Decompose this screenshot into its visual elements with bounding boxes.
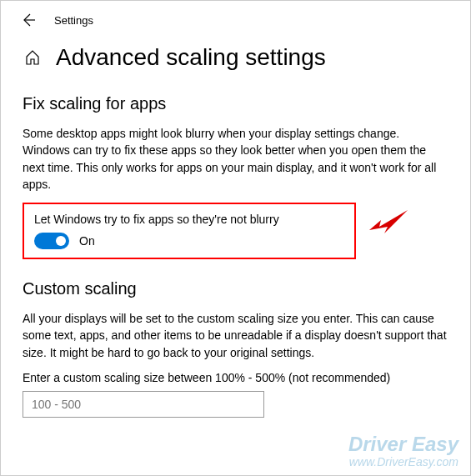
toggle-state-text: On <box>79 234 95 248</box>
custom-scaling-section: Custom scaling All your displays will be… <box>1 259 470 418</box>
title-row: Advanced scaling settings <box>1 28 470 79</box>
toggle-knob <box>56 236 66 246</box>
blurry-fix-toggle-label: Let Windows try to fix apps so they're n… <box>34 213 344 226</box>
toggle-row: On <box>34 233 344 249</box>
watermark-url: www.DriverEasy.com <box>348 455 458 468</box>
custom-scaling-input[interactable] <box>23 391 264 418</box>
highlight-box: Let Windows try to fix apps so they're n… <box>23 203 356 259</box>
arrow-annotation-icon <box>368 205 409 242</box>
custom-scaling-input-label: Enter a custom scaling size between 100%… <box>23 371 448 384</box>
fix-scaling-description: Some desktop apps might look blurry when… <box>23 125 448 193</box>
svg-marker-0 <box>369 210 408 233</box>
blurry-fix-toggle[interactable] <box>34 233 69 249</box>
back-arrow-icon[interactable] <box>21 13 36 28</box>
custom-scaling-heading: Custom scaling <box>23 279 448 298</box>
home-icon[interactable] <box>24 49 41 66</box>
watermark-title: Driver Easy <box>348 433 458 455</box>
page-title: Advanced scaling settings <box>56 44 326 71</box>
watermark: Driver Easy www.DriverEasy.com <box>348 433 458 468</box>
settings-label: Settings <box>54 14 93 27</box>
custom-scaling-description: All your displays will be set to the cus… <box>23 310 448 361</box>
fix-scaling-heading: Fix scaling for apps <box>23 94 448 113</box>
top-bar: Settings <box>1 1 470 28</box>
